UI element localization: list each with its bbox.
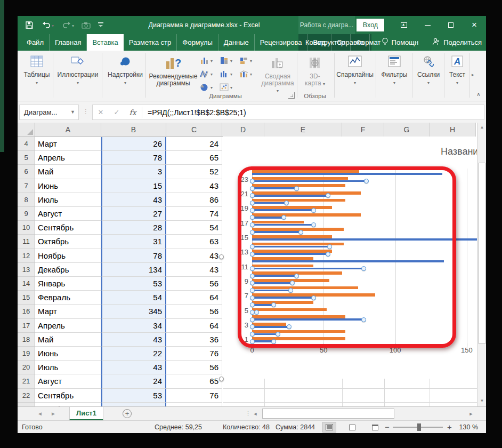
name-box[interactable]: Диаграм... ▼ [19,105,79,120]
row-header-21[interactable]: 21 [18,374,35,388]
cell-A6[interactable]: Май [35,165,101,179]
cell-C15[interactable]: 64 [166,291,222,305]
row-header-16[interactable]: 16 [18,305,35,318]
add-sheet-button[interactable]: + [123,409,132,418]
column-header-C[interactable]: C [166,123,222,137]
combo-chart-button[interactable]: ▾ [239,67,259,81]
cell-B23[interactable]: 31 [101,403,166,406]
column-header-A[interactable]: A [35,123,101,137]
cell-B16[interactable]: 345 [101,305,166,318]
tab-format[interactable]: Формат [351,34,386,51]
cell-A14[interactable]: Январь [35,277,101,291]
column-header-H[interactable]: H [430,123,476,137]
row-header-14[interactable]: 14 [18,277,35,291]
customize-qat-icon[interactable] [98,22,103,28]
column-header-D[interactable]: D [222,123,264,137]
filters-button[interactable]: Фильтры ▾ [379,53,410,86]
row-header-13[interactable]: 13 [18,263,35,277]
cell-C16[interactable]: 56 [166,305,222,318]
cell-A19[interactable]: Июнь [35,347,101,361]
cell-B9[interactable]: 27 [101,207,166,221]
scroll-left-icon[interactable]: ◄ [250,409,260,419]
cell-A15[interactable]: Февраль [35,291,101,305]
row-header-8[interactable]: 8 [18,193,35,207]
cell-C22[interactable]: 76 [166,389,222,403]
row-header-10[interactable]: 10 [18,221,35,235]
column-chart-button[interactable]: ▾ [200,54,220,67]
cell-C20[interactable]: 56 [166,361,222,374]
row-header-4[interactable]: 4 [18,137,35,151]
undo-button[interactable]: ▾ [41,21,54,29]
chart-resize-handle-left[interactable] [219,254,224,259]
cell-B15[interactable]: 54 [101,291,166,305]
row-header-17[interactable]: 17 [18,319,35,333]
column-header-G[interactable]: G [384,123,430,137]
tab-file[interactable]: Файл [21,34,50,51]
cell-A11[interactable]: Октябрь [35,235,101,249]
column-header-E[interactable]: E [264,123,342,137]
cell-B20[interactable]: 43 [101,361,166,374]
cell-B11[interactable]: 31 [101,235,166,249]
zoom-in-button[interactable]: + [447,421,452,433]
column-header-F[interactable]: F [342,123,384,137]
scroll-down-icon[interactable]: ▼ [478,396,486,405]
sheet-tab-list1[interactable]: Лист1 [69,407,103,420]
cell-B21[interactable]: 24 [101,374,166,388]
cell-A4[interactable]: Март [35,137,101,151]
cell-A17[interactable]: Апрель [35,319,101,333]
cell-A23[interactable]: Октябрь [35,403,101,406]
cell-A12[interactable]: Ноябрь [35,249,101,263]
row-header-6[interactable]: 6 [18,165,35,179]
horizontal-scrollbar-thumb[interactable] [262,409,394,419]
cell-B12[interactable]: 78 [101,249,166,263]
cell-A20[interactable]: Июль [35,361,101,374]
pie-chart-button[interactable]: ▾ [200,81,220,94]
cell-C9[interactable]: 74 [166,207,222,221]
row-header-7[interactable]: 7 [18,179,35,193]
row-header-15[interactable]: 15 [18,291,35,305]
zoom-out-button[interactable]: − [385,421,390,433]
cell-A22[interactable]: Сентябрь [35,389,101,403]
sheet-nav-left-icon[interactable]: ◄ [37,407,43,421]
ribbon-display-options-button[interactable] [392,16,416,34]
save-icon[interactable] [25,21,34,29]
cell-A5[interactable]: Апрель [35,151,101,165]
assistant-label[interactable]: Помощн [392,38,419,46]
formula-text[interactable]: =РЯД(;;Лист1!$B$2:$B$25;1) [143,108,246,117]
chart-resize-handle-bottom-left[interactable] [219,377,224,381]
maximize-button[interactable] [439,16,463,34]
cell-C6[interactable]: 52 [166,165,222,179]
cell-B4[interactable]: 26 [101,137,166,151]
sign-in-button[interactable]: Вход [357,19,384,31]
row-header-9[interactable]: 9 [18,207,35,221]
undo-dropdown-icon[interactable]: ▾ [52,23,54,28]
tab-3[interactable]: Разметка стр [124,34,177,51]
tables-button[interactable]: Таблицы ▾ [22,53,52,86]
cell-B5[interactable]: 78 [101,151,166,165]
row-header-23[interactable]: 23 [18,403,35,406]
stacked-bar-chart-button[interactable]: ▾ [220,54,239,67]
ribbon-overflow-icon[interactable]: ▸ [472,72,474,77]
cell-C13[interactable]: 43 [166,263,222,277]
insert-function-icon[interactable]: fx [125,108,141,117]
cell-C4[interactable]: 24 [166,137,222,151]
text-button[interactable]: A Текст ▾ [446,53,468,86]
scatter-chart-button[interactable]: ▾ [220,81,239,94]
close-button[interactable]: × [463,16,486,34]
cell-A9[interactable]: Август [35,207,101,221]
cell-C18[interactable]: 36 [166,333,222,347]
column-header-B[interactable]: B [101,123,166,137]
row-header-5[interactable]: 5 [18,151,35,165]
row-header-19[interactable]: 19 [18,347,35,361]
cell-C12[interactable]: 43 [166,249,222,263]
line-chart-button[interactable]: ▾ [200,67,220,81]
cell-B14[interactable]: 53 [101,277,166,291]
cell-A7[interactable]: Июнь [35,179,101,193]
cell-B17[interactable]: 34 [101,319,166,333]
cell-B22[interactable]: 53 [101,389,166,403]
cell-C21[interactable]: 65 [166,374,222,388]
cell-C23[interactable]: 65 [166,403,222,406]
cell-C8[interactable]: 86 [166,193,222,207]
row-header-11[interactable]: 11 [18,235,35,249]
cell-A21[interactable]: Август [35,374,101,388]
